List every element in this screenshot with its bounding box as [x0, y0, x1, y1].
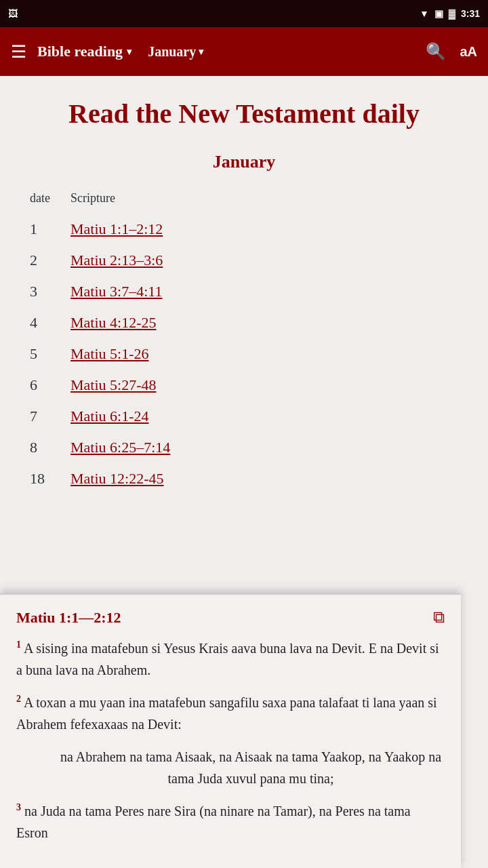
status-left: 🖼: [8, 8, 18, 19]
app-title-label: Bible reading: [37, 43, 123, 60]
month-dropdown-arrow: ▾: [199, 46, 203, 58]
scripture-link[interactable]: Matiu 6:25–7:14: [70, 439, 170, 456]
status-bar: 🖼 ▼ ▣ ▓ 3:31: [0, 0, 488, 27]
month-heading: January: [27, 152, 461, 172]
scripture-column-header: Scripture: [68, 186, 461, 214]
popup-panel: Matiu 1:1—2:12 ⧉ 1 A sising ina matafebu…: [0, 593, 461, 868]
day-number: 2: [27, 245, 68, 276]
table-row: 6 Matiu 5:27-48: [27, 370, 461, 401]
page-heading: Read the New Testament daily: [27, 96, 461, 132]
popup-header: Matiu 1:1—2:12 ⧉: [16, 608, 445, 627]
day-number: 6: [27, 370, 68, 401]
table-row: 18 Matiu 12:22-45: [27, 463, 461, 494]
table-row: 7 Matiu 6:1-24: [27, 401, 461, 432]
scripture-link[interactable]: Matiu 4:12-25: [70, 314, 157, 331]
table-row: 4 Matiu 4:12-25: [27, 307, 461, 338]
table-row: 2 Matiu 2:13–3:6: [27, 245, 461, 276]
scripture-link[interactable]: Matiu 5:27-48: [70, 376, 157, 393]
reading-table: date Scripture 1 Matiu 1:1–2:12 2 Matiu …: [27, 186, 461, 494]
day-number: 8: [27, 432, 68, 463]
search-icon[interactable]: 🔍: [426, 42, 446, 61]
day-number: 7: [27, 401, 68, 432]
verse-paragraph: 3 na Juda na tama Peres nare Sira (na ni…: [16, 800, 445, 844]
main-content: Read the New Testament daily January dat…: [0, 76, 488, 508]
photo-icon: 🖼: [8, 8, 18, 19]
title-dropdown-arrow: ▾: [127, 46, 131, 58]
day-number: 18: [27, 463, 68, 494]
status-right: ▼ ▣ ▓ 3:31: [420, 8, 480, 19]
verse-number: 2: [16, 694, 21, 704]
time-display: 3:31: [461, 8, 480, 19]
day-number: 5: [27, 338, 68, 370]
month-dropdown[interactable]: January ▾: [148, 44, 203, 60]
popup-body: 1 A sising ina matafebun si Yesus Krais …: [16, 637, 445, 844]
battery-icon: ▓: [449, 8, 455, 19]
scripture-link[interactable]: Matiu 2:13–3:6: [70, 252, 163, 269]
table-row: 1 Matiu 1:1–2:12: [27, 214, 461, 245]
verse-paragraph: na Abrahem na tama Aisaak, na Aisaak na …: [57, 746, 445, 789]
table-row: 8 Matiu 6:25–7:14: [27, 432, 461, 463]
font-size-icon[interactable]: aA: [460, 44, 477, 60]
table-row: 5 Matiu 5:1-26: [27, 338, 461, 370]
wifi-icon: ▼: [420, 8, 429, 19]
menu-icon[interactable]: ☰: [11, 41, 26, 62]
popup-open-icon[interactable]: ⧉: [433, 608, 445, 627]
signal-icon: ▣: [434, 8, 443, 19]
popup-title: Matiu 1:1—2:12: [16, 609, 121, 627]
day-number: 3: [27, 276, 68, 307]
month-label: January: [148, 44, 196, 60]
day-number: 1: [27, 214, 68, 245]
verse-paragraph: 1 A sising ina matafebun si Yesus Krais …: [16, 637, 445, 681]
day-number: 4: [27, 307, 68, 338]
app-bar-icons: 🔍 aA: [426, 42, 477, 61]
verse-number: 1: [16, 639, 21, 650]
scripture-link[interactable]: Matiu 3:7–4:11: [70, 283, 162, 300]
table-row: 3 Matiu 3:7–4:11: [27, 276, 461, 307]
scripture-link[interactable]: Matiu 6:1-24: [70, 408, 149, 425]
scripture-link[interactable]: Matiu 1:1–2:12: [70, 220, 163, 237]
bible-reading-dropdown[interactable]: Bible reading ▾: [37, 43, 131, 60]
scripture-link[interactable]: Matiu 12:22-45: [70, 470, 164, 487]
verse-number: 3: [16, 802, 21, 812]
app-bar: ☰ Bible reading ▾ January ▾ 🔍 aA: [0, 27, 488, 76]
scripture-link[interactable]: Matiu 5:1-26: [70, 345, 149, 362]
verse-paragraph: 2 A toxan a mu yaan ina matafebun sangaf…: [16, 692, 445, 735]
date-column-header: date: [27, 186, 68, 214]
